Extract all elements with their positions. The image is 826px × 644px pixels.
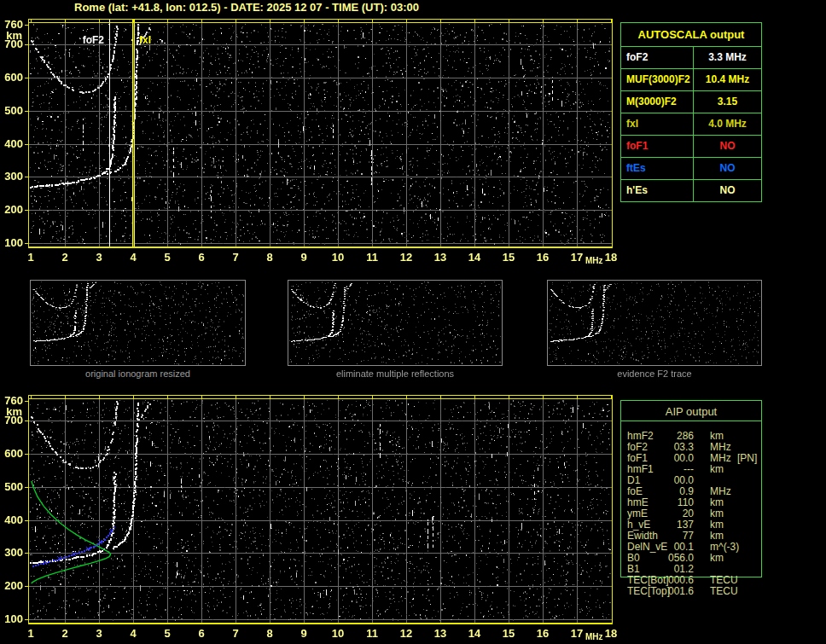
aip-row-delnve: DelN_vE00.1m^(-3) bbox=[620, 542, 782, 553]
autoscala-row-fof1: foF1NO bbox=[621, 136, 761, 158]
thumbnail-caption-evidence-f2-trace: evidence F2 trace bbox=[547, 368, 762, 380]
autoscala-output-table: AUTOSCALA output foF23.3 MHzMUF(3000)F21… bbox=[620, 22, 762, 202]
autoscala-row-value: 3.15 bbox=[694, 91, 761, 113]
autoscala-table-rows: foF23.3 MHzMUF(3000)F210.4 MHzM(3000)F23… bbox=[621, 47, 761, 201]
autoscala-row-value: 3.3 MHz bbox=[694, 47, 761, 68]
autoscala-row-label: MUF(3000)F2 bbox=[621, 69, 694, 90]
aip-row-b0: B0056.0km bbox=[620, 553, 782, 564]
autoscala-row-label: M(3000)F2 bbox=[621, 91, 694, 113]
autoscala-row-label: foF1 bbox=[621, 136, 694, 157]
autoscala-row-m3000f2: M(3000)F23.15 bbox=[621, 91, 761, 113]
autoscala-output-window: Rome (lat: +41.8, lon: 012.5) - DATE: 20… bbox=[0, 0, 826, 644]
autoscala-row-label: foF2 bbox=[621, 47, 694, 68]
autoscala-row-value: NO bbox=[694, 180, 761, 201]
aip-extra: [PN] bbox=[737, 453, 757, 464]
thumbnail-eliminate-reflections bbox=[288, 280, 503, 366]
thumbnail-caption-original: original ionogram resized bbox=[30, 368, 246, 380]
autoscala-table-header: AUTOSCALA output bbox=[621, 23, 761, 47]
aip-row-d1: D100.0 bbox=[620, 475, 782, 486]
top-ionogram-plot bbox=[0, 13, 619, 281]
autoscala-row-label: h'Es bbox=[621, 180, 694, 201]
page-title: Rome (lat: +41.8, lon: 012.5) - DATE: 20… bbox=[74, 1, 419, 14]
aip-value: 001.6 bbox=[654, 586, 694, 597]
thumbnail-original-ionogram bbox=[30, 280, 246, 366]
aip-table-header: AIP output bbox=[620, 405, 762, 418]
autoscala-row-fxi: fxI4.0 MHz bbox=[621, 113, 761, 136]
aip-row-hmf1: hmF1---km bbox=[620, 464, 782, 475]
autoscala-row-value: NO bbox=[694, 136, 761, 157]
bottom-ionogram-plot bbox=[0, 384, 619, 644]
aip-unit: km bbox=[710, 464, 724, 475]
autoscala-row-value: 4.0 MHz bbox=[694, 113, 761, 135]
thumbnail-evidence-f2-trace bbox=[547, 280, 762, 366]
aip-unit: TECU bbox=[710, 586, 738, 597]
autoscala-row-fof2: foF23.3 MHz bbox=[621, 47, 761, 69]
autoscala-row-value: 10.4 MHz bbox=[694, 69, 761, 90]
autoscala-row-muf3000f2: MUF(3000)F210.4 MHz bbox=[621, 69, 761, 91]
autoscala-row-label: ftEs bbox=[621, 158, 694, 179]
autoscala-row-hes: h'EsNO bbox=[621, 180, 761, 201]
aip-header-divider bbox=[621, 421, 761, 421]
thumbnail-caption-eliminate-reflections: eliminate multiple reflections bbox=[288, 368, 503, 380]
autoscala-row-value: NO bbox=[694, 158, 761, 179]
aip-row-tectop: TEC[Top]001.6TECU bbox=[620, 586, 782, 597]
autoscala-row-ftes: ftEsNO bbox=[621, 158, 761, 180]
aip-unit: km bbox=[710, 553, 724, 564]
autoscala-row-label: fxI bbox=[621, 113, 694, 135]
